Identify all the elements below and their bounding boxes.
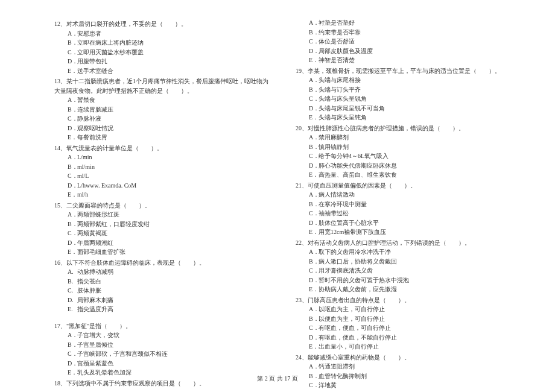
option-label: B． bbox=[309, 142, 319, 152]
option-text: 观察呕吐情况 bbox=[77, 125, 113, 131]
option-label: B． bbox=[68, 162, 77, 172]
option-label: E． bbox=[309, 342, 319, 352]
option: A．L/min bbox=[54, 153, 271, 162]
option: D．肢体位置高于心脏水平 bbox=[296, 218, 513, 228]
option-text: 在寒冷环境中测量 bbox=[319, 201, 367, 207]
option-text: 神智是否清楚 bbox=[319, 57, 355, 63]
option-text: 头端与床尾相接 bbox=[319, 77, 361, 83]
option-label: A． bbox=[309, 305, 319, 314]
option-text: 暂时不用的义齿可置于热水中浸泡 bbox=[319, 277, 409, 283]
option-label: E． bbox=[309, 227, 319, 237]
option: E．神智是否清楚 bbox=[296, 55, 513, 65]
option: C．有呕血，便血，可自行停止 bbox=[296, 323, 513, 333]
option-label: E． bbox=[68, 190, 77, 200]
option: A．衬垫是否垫好 bbox=[296, 18, 513, 28]
option-label: D． bbox=[309, 46, 319, 56]
option-label: C． bbox=[309, 37, 319, 46]
option-text: 衬垫是否垫好 bbox=[319, 19, 355, 26]
question-text: 13、某十二指肠溃疡患者，近1个月疼痛节律性消失，餐后腹痛伴呕吐，呕吐物为大量隔… bbox=[54, 77, 271, 95]
option: B．立即在病床上将内脏还纳 bbox=[54, 38, 271, 48]
option: A．暂禁食 bbox=[54, 95, 271, 105]
option-label: A． bbox=[68, 29, 77, 39]
option-text: 宫颈呈紫蓝色 bbox=[77, 360, 113, 367]
option: A．头端与床尾相接 bbox=[296, 75, 513, 85]
option: C．立即用灭菌盐水纱布覆盖 bbox=[54, 48, 271, 57]
option: E．送手术室缝合 bbox=[54, 66, 271, 76]
option-label: E． bbox=[309, 55, 319, 65]
option: D．观察呕吐情况 bbox=[54, 124, 271, 133]
question-text: 24、能够减缓心室重构的药物是（ ）。 bbox=[296, 353, 513, 362]
option-label: C． bbox=[68, 114, 77, 124]
option-label: B． bbox=[309, 314, 319, 324]
option-label: C． bbox=[309, 266, 319, 276]
option: D．用腹带包扎 bbox=[54, 57, 271, 66]
option-label: B． bbox=[309, 200, 319, 209]
option-text: ml/h bbox=[77, 191, 88, 198]
option: C．ml/L bbox=[54, 171, 271, 181]
option-text: 病人漱口后，协助将义齿戴回 bbox=[319, 258, 397, 265]
option-text: L/min bbox=[77, 154, 92, 160]
option-label: C． bbox=[309, 323, 319, 333]
option-label: D． bbox=[68, 57, 77, 66]
option-text: 安慰患者 bbox=[77, 30, 101, 37]
question-text: 23、门脉高压患者出血的特点是（ ）。 bbox=[296, 296, 513, 305]
option-text: 头端与订头平齐 bbox=[319, 86, 361, 93]
option: B．约束带是否牢靠 bbox=[296, 28, 513, 37]
option-text: 以呕血为主，可自行停止 bbox=[319, 306, 385, 312]
option-text: 头端与床尾呈锐不可当角 bbox=[319, 105, 385, 112]
option-label: D． bbox=[68, 238, 77, 248]
option-text: 两颊部紫红，口唇轻度发绀 bbox=[77, 221, 150, 227]
option: C．头端与床头呈锐角 bbox=[296, 94, 513, 104]
option: D．午后两颊潮红 bbox=[54, 238, 271, 248]
option-text: 立即用灭菌盐水纱布覆盖 bbox=[77, 49, 144, 55]
option: E．高热量、高蛋白、维生素饮食 bbox=[296, 170, 513, 180]
option-text: ml/min bbox=[77, 163, 95, 170]
option: D．肺心功能失代偿期应卧床休息 bbox=[296, 161, 513, 171]
option: D．宫颈呈紫蓝色 bbox=[54, 359, 271, 368]
option: A．两颊部蝶形红斑 bbox=[54, 210, 271, 220]
option-label: C． bbox=[309, 94, 319, 104]
option-text: 慎用镇静剂 bbox=[319, 144, 349, 150]
option: C.肢体肿胀 bbox=[54, 286, 271, 296]
option: C．两颊黄褐斑 bbox=[54, 229, 271, 238]
option-label: A． bbox=[309, 133, 319, 142]
option-label: E． bbox=[68, 133, 77, 142]
option-text: 有呕血，便血，可自行停止 bbox=[319, 324, 391, 331]
option: A．子宫增大，变软 bbox=[54, 330, 271, 340]
option-label: E． bbox=[68, 66, 77, 76]
option-text: 局部麻木刺痛 bbox=[77, 297, 113, 303]
option-label: C． bbox=[68, 171, 77, 181]
option: E．头端与床头呈钝角 bbox=[296, 113, 513, 122]
option-label: A． bbox=[68, 210, 77, 220]
option-label: B． bbox=[68, 340, 77, 350]
option-label: A． bbox=[309, 362, 319, 371]
option-label: A． bbox=[309, 18, 319, 28]
option: C．用牙膏彻底清洗义齿 bbox=[296, 266, 513, 276]
option: B．病人漱口后，协助将义齿戴回 bbox=[296, 257, 513, 267]
option-label: A． bbox=[309, 247, 319, 257]
question-text: 14、氧气流量表的计量单位是（ ）。 bbox=[54, 144, 271, 153]
option-label: A． bbox=[68, 153, 77, 162]
option-label: D． bbox=[68, 124, 77, 133]
option: A．病人情绪激动 bbox=[296, 190, 513, 200]
option: E.指尖温度升高 bbox=[54, 305, 271, 314]
question-text: 22、对有活动义齿病人的口腔护理活动，下列错误的是（ ）。 bbox=[296, 238, 513, 248]
option-text: 肺心功能失代偿期应卧床休息 bbox=[319, 162, 397, 169]
option-text: 头端与床头呈锐角 bbox=[319, 95, 367, 102]
option-label: B． bbox=[68, 220, 77, 229]
option: B.指尖苍白 bbox=[54, 277, 271, 286]
option-text: 立即在病床上将内脏还纳 bbox=[77, 39, 144, 46]
option-label: E． bbox=[309, 285, 319, 294]
option-text: 出血量小，可自行停止 bbox=[319, 343, 379, 350]
option-label: B． bbox=[309, 257, 319, 267]
option-text: 高热量、高蛋白、维生素饮食 bbox=[319, 171, 397, 178]
option: D．L/hwww. Examda. CoM bbox=[54, 181, 271, 191]
option: A．禁用麻醉剂 bbox=[296, 133, 513, 142]
option-label: B． bbox=[309, 28, 319, 37]
option: E．每餐前洗胃 bbox=[54, 133, 271, 142]
option-text: L/hwww. Examda. CoM bbox=[77, 182, 136, 189]
option-text: 用腹带包扎 bbox=[77, 58, 107, 65]
left-column: 12、对术后切口裂开的处理，不妥的是（ ）。A．安慰患者B．立即在病床上将内脏还… bbox=[54, 18, 271, 368]
option-text: 禁用麻醉剂 bbox=[319, 134, 349, 141]
option: B．两颊部紫红，口唇轻度发绀 bbox=[54, 220, 271, 229]
